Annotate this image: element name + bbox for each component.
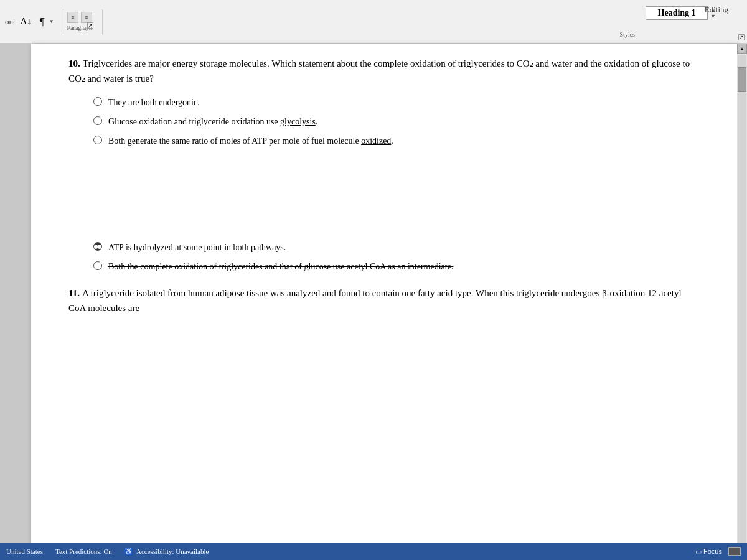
status-states: United States	[6, 548, 43, 555]
blank-space-1	[68, 154, 700, 241]
question-10-number: 10.	[68, 58, 80, 68]
option-c-text: Both generate the same ratio of moles of…	[108, 134, 393, 147]
sort-icon[interactable]: A↓	[19, 15, 33, 29]
document-page: 10. Triglycerides are major energy stora…	[31, 44, 737, 560]
option-d-text: ATP is hydrolyzed at some point in both …	[108, 241, 286, 254]
left-margin	[0, 44, 31, 560]
accessibility-icon: ♿	[125, 548, 133, 555]
styles-label: Styles	[620, 31, 635, 38]
paragraph-mark-icon[interactable]: ¶	[35, 15, 49, 29]
paragraph-dropdown-arrow[interactable]: ▼	[49, 19, 54, 24]
question-11-text: 11. A triglyceride isolated from human a…	[68, 286, 700, 315]
question-11: 11. A triglyceride isolated from human a…	[68, 286, 700, 315]
option-b-underline: glycolysis	[280, 117, 316, 126]
question-11-body: A triglyceride isolated from human adipo…	[68, 288, 682, 313]
option-b: Glucose oxidation and triglyceride oxida…	[93, 115, 700, 128]
radio-e[interactable]	[93, 261, 102, 270]
accessibility-label: Accessibility: Unavailable	[136, 548, 209, 555]
question-10: 10. Triglycerides are major energy stora…	[68, 56, 700, 273]
option-a: They are both endergonic.	[93, 96, 700, 109]
scrollbar: ▲ ▼	[737, 44, 747, 560]
option-e: Both the complete oxidation of triglycer…	[93, 260, 700, 273]
option-e-strikethrough: Both the complete oxidation of triglycer…	[108, 262, 453, 271]
question-11-number: 11.	[68, 288, 80, 298]
radio-c[interactable]	[93, 136, 102, 144]
option-e-text: Both the complete oxidation of triglycer…	[108, 260, 453, 273]
question-10-body: Triglycerides are major energy storage m…	[68, 58, 690, 83]
indent-icon[interactable]: ≡	[67, 12, 78, 23]
view-icon[interactable]	[728, 547, 741, 556]
ribbon: ont A↓ ¶ ▼ ≡ ≡ Paragraph ↗ Styles Headin…	[0, 0, 747, 44]
heading1-style[interactable]: Heading 1	[646, 6, 708, 20]
scroll-up-button[interactable]: ▲	[737, 44, 747, 54]
question-10-text: 10. Triglycerides are major energy stora…	[68, 56, 700, 86]
option-c-underline: oxidized	[361, 136, 391, 146]
focus-icon: ▭	[695, 548, 702, 556]
focus-label: Focus	[703, 548, 722, 555]
focus-button[interactable]: ▭ Focus	[695, 548, 722, 556]
status-accessibility[interactable]: ♿ Accessibility: Unavailable	[125, 548, 209, 556]
editing-label: Editing	[705, 5, 728, 15]
status-right: ▭ Focus	[695, 547, 741, 556]
status-text-predictions[interactable]: Text Predictions: On	[55, 548, 112, 555]
paragraph-tools: ≡ ≡	[67, 12, 92, 23]
option-d: ATP is hydrolyzed at some point in both …	[93, 241, 700, 254]
document-container: 10. Triglycerides are major energy stora…	[0, 44, 747, 560]
scrollbar-track	[738, 55, 746, 549]
scrollbar-thumb[interactable]	[738, 67, 746, 92]
option-b-text: Glucose oxidation and triglyceride oxida…	[108, 115, 317, 128]
indent2-icon[interactable]: ≡	[81, 12, 92, 23]
radio-d[interactable]	[93, 242, 102, 251]
option-c: Both generate the same ratio of moles of…	[93, 134, 700, 147]
ribbon-expand-icon[interactable]: ↗	[738, 34, 745, 40]
ribbon-divider-2	[102, 9, 103, 34]
status-bar: United States Text Predictions: On ♿ Acc…	[0, 543, 747, 560]
option-a-text: They are both endergonic.	[108, 96, 200, 109]
radio-b[interactable]	[93, 116, 102, 125]
font-label: ont	[5, 17, 16, 27]
radio-a[interactable]	[93, 97, 102, 106]
paragraph-expand-icon[interactable]: ↗	[87, 22, 93, 29]
ribbon-divider-1	[63, 9, 63, 34]
option-d-underline: both pathways	[233, 243, 284, 252]
